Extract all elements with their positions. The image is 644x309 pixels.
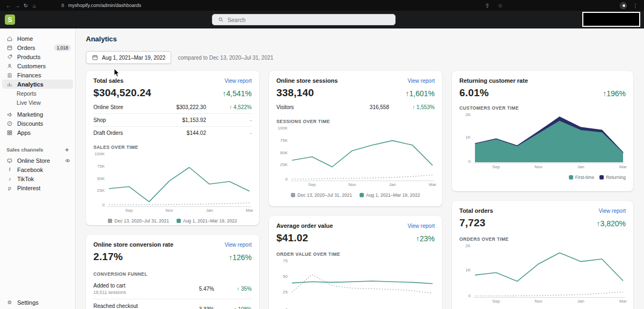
aov-value: $41.02 bbox=[276, 232, 308, 244]
view-report-link[interactable]: View report bbox=[225, 78, 252, 84]
total-sales-value: $304,520.24 bbox=[93, 87, 151, 99]
funnel-row: Added to cart 18,511 sessions 5.47% ↑ 35… bbox=[93, 279, 252, 299]
sidebar-item-apps[interactable]: Apps bbox=[0, 128, 75, 137]
sidebar-item-live-view[interactable]: Live View bbox=[0, 98, 75, 107]
orders-icon bbox=[6, 45, 13, 51]
funnel-step-delta: ↑ 108% bbox=[214, 306, 252, 309]
sidebar-item-label: Apps bbox=[17, 130, 71, 136]
sidebar-item-label: Products bbox=[17, 54, 71, 60]
browser-refresh-icon[interactable]: ↻ bbox=[21, 3, 30, 9]
orders-count-badge: 1,018 bbox=[54, 45, 71, 51]
sales-channels-label: Sales channels bbox=[6, 147, 43, 153]
sidebar-item-marketing[interactable]: Marketing bbox=[0, 110, 75, 119]
breakdown-row: Visitors 316,558 ↑ 1,553% bbox=[276, 101, 435, 113]
chart-legend: Dec 13, 2020–Jul 31, 2021Aug 1, 2021–Mar… bbox=[93, 218, 252, 224]
row-label: Shop bbox=[93, 117, 147, 123]
sidebar-item-home[interactable]: Home bbox=[0, 34, 75, 43]
browser-profile-avatar[interactable] bbox=[620, 2, 627, 9]
address-bar[interactable]: myshopify.com/admin/dashboards bbox=[60, 3, 141, 8]
sessions-over-time-chart: 100K75K50K25K0SepNovJanMar bbox=[276, 127, 435, 187]
search-input[interactable] bbox=[228, 17, 390, 23]
chart-legend: First-timeReturning bbox=[459, 175, 626, 180]
sidebar-item-label: Marketing bbox=[17, 111, 71, 118]
card-title: Average order value bbox=[276, 222, 333, 229]
sidebar-item-tiktok[interactable]: ♪ TikTok bbox=[0, 174, 75, 183]
total-sales-card: Total sales View report $304,520.24 ↑4,5… bbox=[86, 71, 259, 225]
returning-rate-value: 6.01% bbox=[459, 87, 489, 99]
section-label: CONVERSION FUNNEL bbox=[93, 271, 252, 277]
sidebar-item-analytics[interactable]: Analytics bbox=[2, 80, 73, 89]
sidebar-item-discounts[interactable]: Discounts bbox=[0, 119, 75, 128]
view-report-link[interactable]: View report bbox=[599, 208, 626, 214]
add-sales-channel-icon[interactable]: ＋ bbox=[64, 146, 70, 154]
funnel-row: Reached checkout 11,260 sessions 3.33% ↑… bbox=[93, 299, 252, 309]
sidebar-item-customers[interactable]: Customers bbox=[0, 61, 75, 70]
sidebar: Home Orders 1,018 Products Customers Fin… bbox=[0, 28, 76, 309]
sidebar-item-label: Live View bbox=[17, 99, 71, 106]
sales-over-time-chart: 100K75K50K25K0SepNovJanMar bbox=[93, 153, 252, 213]
browser-home-icon[interactable]: ⌂ bbox=[30, 3, 39, 9]
sidebar-item-label: Customers bbox=[17, 63, 71, 69]
funnel-step-delta: ↑ 35% bbox=[214, 286, 252, 292]
settings-gear-icon: ⚙ bbox=[6, 299, 13, 305]
date-range-button[interactable]: Aug 1, 2021–Mar 19, 2022 bbox=[86, 51, 171, 64]
sidebar-item-facebook[interactable]: f Facebook bbox=[0, 165, 75, 174]
sidebar-item-label: Orders bbox=[17, 45, 50, 51]
date-range-label: Aug 1, 2021–Mar 19, 2022 bbox=[102, 55, 165, 61]
browser-chrome: ← → ↻ ⌂ myshopify.com/admin/dashboards ⇧… bbox=[0, 0, 644, 11]
sidebar-item-label: TikTok bbox=[17, 176, 71, 182]
sidebar-item-finances[interactable]: Finances bbox=[0, 70, 75, 80]
view-report-link[interactable]: View report bbox=[225, 242, 252, 248]
row-delta: ↑ 4,522% bbox=[206, 104, 252, 110]
sidebar-item-reports[interactable]: Reports bbox=[0, 89, 75, 98]
share-icon[interactable]: ⇧ bbox=[483, 3, 492, 9]
global-search[interactable] bbox=[212, 14, 396, 25]
sidebar-item-label: Finances bbox=[17, 72, 71, 78]
facebook-icon: f bbox=[6, 167, 13, 173]
row-label: Visitors bbox=[276, 104, 330, 110]
orders-over-time-chart: 2K1K0SepNovJanMar bbox=[459, 245, 626, 304]
row-label: Draft Orders bbox=[93, 130, 147, 136]
sidebar-item-orders[interactable]: Orders 1,018 bbox=[0, 43, 75, 52]
sidebar-item-label: Discounts bbox=[17, 120, 71, 127]
sidebar-item-online-store[interactable]: Online Store bbox=[0, 156, 75, 165]
sidebar-item-label: Reports bbox=[17, 90, 71, 97]
page-title: Analytics bbox=[86, 35, 635, 43]
products-icon bbox=[6, 54, 13, 60]
chart-legend: Dec 13, 2020–Jul 31, 2021Aug 1, 2021–Mar… bbox=[276, 192, 435, 198]
finances-icon bbox=[6, 72, 13, 78]
funnel-step-rate: 5.47% bbox=[182, 286, 214, 292]
online-store-icon bbox=[6, 157, 13, 164]
shopify-logo[interactable]: S bbox=[5, 15, 15, 25]
home-icon bbox=[6, 35, 13, 42]
sidebar-item-label: Home bbox=[17, 35, 71, 42]
tiktok-icon: ♪ bbox=[6, 176, 13, 182]
order-value-over-time-chart: 7550250SepNovJanMar bbox=[276, 260, 435, 309]
returning-rate-delta: ↑196% bbox=[603, 89, 626, 98]
sidebar-item-settings[interactable]: ⚙ Settings bbox=[0, 298, 75, 307]
total-sales-delta: ↑4,541% bbox=[223, 89, 252, 98]
breakdown-row: Shop $1,153.92 - bbox=[93, 114, 252, 127]
sidebar-item-products[interactable]: Products bbox=[0, 52, 75, 61]
view-store-eye-icon[interactable] bbox=[64, 157, 71, 164]
sidebar-item-label: Pinterest bbox=[17, 185, 71, 191]
main-content: Analytics Aug 1, 2021–Mar 19, 2022 compa… bbox=[76, 28, 644, 309]
shopify-topbar: S bbox=[0, 11, 644, 28]
funnel-step-rate: 3.33% bbox=[182, 306, 214, 309]
browser-back-icon[interactable]: ← bbox=[4, 3, 13, 9]
section-label: CUSTOMERS OVER TIME bbox=[459, 105, 626, 111]
analytics-icon bbox=[6, 81, 13, 88]
view-report-link[interactable]: View report bbox=[408, 223, 435, 229]
view-report-link[interactable]: View report bbox=[408, 78, 435, 84]
sessions-delta: ↑1,601% bbox=[406, 89, 435, 98]
sidebar-item-pinterest[interactable]: p Pinterest bbox=[0, 183, 75, 192]
browser-menu-icon[interactable]: ⋮ bbox=[631, 3, 640, 9]
row-value: $303,222.30 bbox=[147, 104, 206, 110]
search-icon bbox=[218, 17, 224, 23]
section-label: ORDERS OVER TIME bbox=[459, 236, 626, 242]
section-label: SALES OVER TIME bbox=[93, 145, 252, 150]
section-label: ORDER VALUE OVER TIME bbox=[276, 251, 435, 257]
browser-forward-icon[interactable]: → bbox=[13, 3, 21, 9]
bookmark-star-icon[interactable]: ☆ bbox=[496, 3, 504, 9]
sales-channels-header: Sales channels ＋ bbox=[6, 146, 70, 154]
